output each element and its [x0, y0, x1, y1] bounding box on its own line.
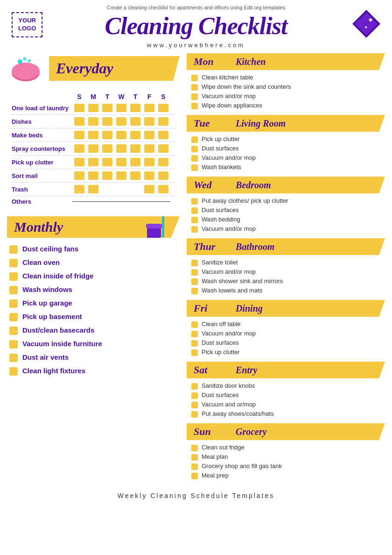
day-checkbox[interactable]	[102, 171, 112, 180]
day-checkbox[interactable]	[74, 144, 84, 153]
day-checkbox[interactable]	[130, 158, 140, 166]
task-checkbox[interactable]	[191, 340, 198, 347]
task-checkbox[interactable]	[191, 383, 198, 390]
day-checkbox[interactable]	[158, 171, 168, 180]
day-f: F	[142, 93, 156, 100]
day-checkbox[interactable]	[74, 131, 84, 139]
task-checkbox[interactable]	[191, 278, 198, 285]
day-checkbox[interactable]	[74, 185, 84, 193]
day-checkbox[interactable]	[88, 158, 98, 166]
monthly-checkbox[interactable]	[9, 286, 18, 294]
day-checkbox[interactable]	[74, 158, 84, 166]
task-checkbox[interactable]	[191, 136, 198, 143]
task-label: Clean kitchen table	[202, 74, 253, 81]
day-checkbox[interactable]	[130, 185, 140, 193]
day-checkbox[interactable]	[158, 158, 168, 166]
day-checkbox[interactable]	[130, 131, 140, 139]
day-checkbox[interactable]	[88, 144, 98, 153]
task-checkbox[interactable]	[191, 146, 198, 152]
task-checkbox[interactable]	[191, 411, 198, 418]
day-checkbox[interactable]	[74, 104, 84, 112]
day-checkbox[interactable]	[130, 117, 140, 126]
task-checkbox[interactable]	[191, 198, 198, 205]
others-label: Others	[12, 198, 72, 205]
task-checkbox[interactable]	[191, 321, 198, 328]
day-checkbox[interactable]	[144, 131, 154, 139]
day-checkbox[interactable]	[88, 171, 98, 180]
tracker-row-label: Make beds	[12, 132, 72, 139]
task-checkbox[interactable]	[191, 155, 198, 162]
day-checkbox[interactable]	[102, 158, 112, 166]
monthly-item-label: Clean inside of fridge	[22, 272, 94, 280]
day-checkbox[interactable]	[130, 171, 140, 180]
task-item: Vacuum and/or mop	[191, 330, 385, 337]
day-checkbox[interactable]	[116, 185, 126, 193]
task-checkbox[interactable]	[191, 288, 198, 294]
day-checkbox[interactable]	[102, 144, 112, 153]
task-checkbox[interactable]	[191, 269, 198, 276]
task-checkbox[interactable]	[191, 217, 198, 223]
day-checkbox[interactable]	[116, 117, 126, 126]
monthly-checkbox[interactable]	[9, 340, 18, 349]
day-checkbox[interactable]	[158, 144, 168, 153]
day-checkbox[interactable]	[116, 144, 126, 153]
task-checkbox[interactable]	[191, 445, 198, 451]
day-checkbox[interactable]	[88, 185, 98, 193]
task-checkbox[interactable]	[191, 331, 198, 337]
day-checkbox[interactable]	[144, 117, 154, 126]
svg-text:✦: ✦	[368, 16, 373, 24]
monthly-checkbox[interactable]	[9, 272, 18, 281]
day-checkbox[interactable]	[116, 104, 126, 112]
day-checkbox[interactable]	[158, 131, 168, 139]
task-checkbox[interactable]	[191, 473, 198, 479]
task-checkbox[interactable]	[191, 84, 198, 91]
task-checkbox[interactable]	[191, 93, 198, 100]
task-checkbox[interactable]	[191, 454, 198, 461]
monthly-checkbox[interactable]	[9, 245, 18, 254]
day-checkbox[interactable]	[74, 117, 84, 126]
day-section-thur: Thur Bathroom Sanitize toilet Vacuum and…	[187, 238, 385, 294]
monthly-checkbox[interactable]	[9, 259, 18, 267]
task-checkbox[interactable]	[191, 392, 198, 399]
day-checkbox[interactable]	[88, 131, 98, 139]
day-checkbox[interactable]	[116, 158, 126, 166]
day-checkbox[interactable]	[102, 117, 112, 126]
task-checkbox[interactable]	[191, 226, 198, 233]
day-checkbox[interactable]	[144, 158, 154, 166]
day-checkbox[interactable]	[144, 171, 154, 180]
day-checkbox[interactable]	[102, 131, 112, 139]
logo-line2: LOGO	[18, 25, 36, 32]
task-checkbox[interactable]	[191, 103, 198, 109]
monthly-checkbox[interactable]	[9, 367, 18, 376]
task-checkbox[interactable]	[191, 164, 198, 171]
day-checkbox[interactable]	[158, 117, 168, 126]
day-checkbox[interactable]	[144, 144, 154, 153]
day-checkbox[interactable]	[74, 171, 84, 180]
monthly-item-label: Dust/clean basecards	[22, 326, 94, 334]
task-checkbox[interactable]	[191, 75, 198, 81]
task-checkbox[interactable]	[191, 402, 198, 408]
day-checkbox[interactable]	[116, 131, 126, 139]
day-checkbox[interactable]	[144, 104, 154, 112]
day-name: Thur	[194, 241, 226, 253]
day-checkbox[interactable]	[130, 104, 140, 112]
day-checkbox[interactable]	[88, 104, 98, 112]
task-checkbox[interactable]	[191, 349, 198, 356]
monthly-checkbox[interactable]	[9, 313, 18, 321]
task-checkbox[interactable]	[191, 207, 198, 214]
task-checkbox[interactable]	[191, 260, 198, 266]
day-checkbox[interactable]	[102, 185, 112, 193]
day-checkbox[interactable]	[158, 104, 168, 112]
monthly-checkbox[interactable]	[9, 327, 18, 335]
day-checkbox[interactable]	[88, 117, 98, 126]
day-checkbox[interactable]	[158, 185, 168, 193]
monthly-checkbox[interactable]	[9, 354, 18, 362]
task-item: Wipe down the sink and counters	[191, 83, 385, 91]
day-checkbox[interactable]	[144, 185, 154, 193]
task-checkbox[interactable]	[191, 463, 198, 470]
day-checkbox[interactable]	[130, 144, 140, 153]
day-checkbox[interactable]	[116, 171, 126, 180]
day-checkbox[interactable]	[102, 104, 112, 112]
monthly-checkbox[interactable]	[9, 299, 18, 308]
day-tasks: Clean out fridge Meal plan Grocery shop …	[187, 444, 385, 479]
